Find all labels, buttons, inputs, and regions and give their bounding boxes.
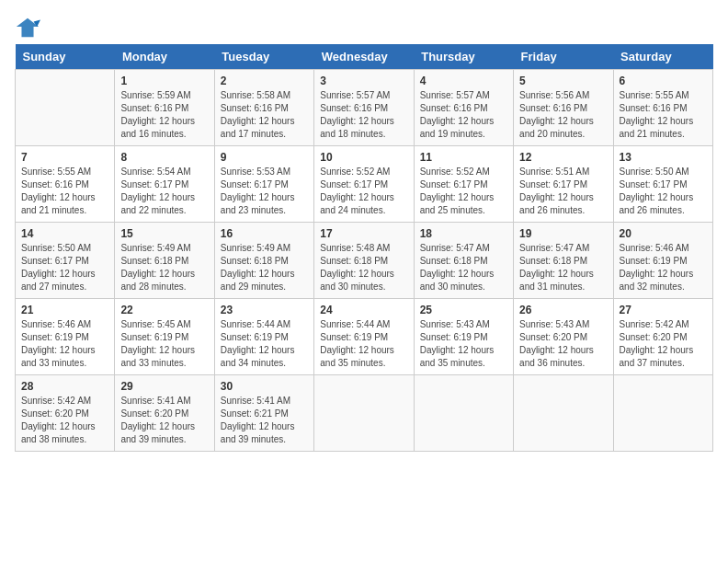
day-number: 20 (620, 227, 707, 240)
day-cell: 19Sunrise: 5:47 AM Sunset: 6:18 PM Dayli… (514, 223, 613, 299)
day-number: 17 (320, 227, 407, 240)
day-number: 11 (420, 151, 507, 164)
day-cell: 13Sunrise: 5:50 AM Sunset: 6:17 PM Dayli… (613, 146, 712, 223)
col-header-saturday: Saturday (613, 44, 712, 70)
day-number: 24 (320, 304, 407, 316)
day-cell: 14Sunrise: 5:50 AM Sunset: 6:17 PM Dayli… (16, 223, 115, 299)
day-number: 25 (420, 304, 507, 316)
day-info: Sunrise: 5:56 AM Sunset: 6:16 PM Dayligh… (519, 89, 607, 141)
header-row: SundayMondayTuesdayWednesdayThursdayFrid… (16, 44, 713, 70)
day-cell: 22Sunrise: 5:45 AM Sunset: 6:19 PM Dayli… (115, 299, 214, 375)
week-row-5: 28Sunrise: 5:42 AM Sunset: 6:20 PM Dayli… (16, 375, 713, 452)
col-header-thursday: Thursday (414, 44, 513, 70)
day-cell: 6Sunrise: 5:55 AM Sunset: 6:16 PM Daylig… (613, 70, 712, 146)
day-number: 12 (519, 151, 607, 164)
day-cell: 3Sunrise: 5:57 AM Sunset: 6:16 PM Daylig… (314, 70, 414, 146)
calendar-table: SundayMondayTuesdayWednesdayThursdayFrid… (15, 44, 713, 452)
day-info: Sunrise: 5:42 AM Sunset: 6:20 PM Dayligh… (21, 395, 108, 446)
day-number: 6 (620, 75, 707, 87)
day-cell: 18Sunrise: 5:47 AM Sunset: 6:18 PM Dayli… (414, 223, 513, 299)
day-cell: 29Sunrise: 5:41 AM Sunset: 6:20 PM Dayli… (115, 375, 214, 452)
day-info: Sunrise: 5:50 AM Sunset: 6:17 PM Dayligh… (21, 242, 108, 293)
week-row-4: 21Sunrise: 5:46 AM Sunset: 6:19 PM Dayli… (16, 299, 713, 375)
day-info: Sunrise: 5:41 AM Sunset: 6:20 PM Dayligh… (120, 395, 208, 446)
col-header-sunday: Sunday (16, 44, 115, 70)
day-number: 23 (221, 304, 308, 316)
day-info: Sunrise: 5:47 AM Sunset: 6:18 PM Dayligh… (519, 242, 607, 293)
day-info: Sunrise: 5:47 AM Sunset: 6:18 PM Dayligh… (420, 242, 507, 293)
day-cell: 5Sunrise: 5:56 AM Sunset: 6:16 PM Daylig… (514, 70, 613, 146)
day-info: Sunrise: 5:58 AM Sunset: 6:16 PM Dayligh… (221, 89, 308, 141)
day-number: 16 (221, 227, 308, 240)
day-number: 29 (120, 380, 208, 393)
day-info: Sunrise: 5:48 AM Sunset: 6:18 PM Dayligh… (320, 242, 407, 293)
day-cell: 15Sunrise: 5:49 AM Sunset: 6:18 PM Dayli… (115, 223, 214, 299)
day-number: 22 (120, 304, 208, 316)
day-info: Sunrise: 5:54 AM Sunset: 6:17 PM Dayligh… (120, 166, 208, 217)
day-number: 14 (21, 227, 108, 240)
day-info: Sunrise: 5:50 AM Sunset: 6:17 PM Dayligh… (620, 166, 707, 217)
day-number: 18 (420, 227, 507, 240)
day-number: 3 (320, 75, 407, 87)
col-header-monday: Monday (115, 44, 214, 70)
week-row-2: 7Sunrise: 5:55 AM Sunset: 6:16 PM Daylig… (16, 146, 713, 223)
day-number: 27 (620, 304, 707, 316)
day-info: Sunrise: 5:45 AM Sunset: 6:19 PM Dayligh… (120, 318, 208, 370)
day-cell (514, 375, 613, 452)
day-cell: 10Sunrise: 5:52 AM Sunset: 6:17 PM Dayli… (314, 146, 414, 223)
day-number: 13 (620, 151, 707, 164)
day-info: Sunrise: 5:44 AM Sunset: 6:19 PM Dayligh… (320, 318, 407, 370)
day-number: 15 (120, 227, 208, 240)
day-info: Sunrise: 5:59 AM Sunset: 6:16 PM Dayligh… (120, 89, 208, 141)
day-cell: 1Sunrise: 5:59 AM Sunset: 6:16 PM Daylig… (115, 70, 214, 146)
day-info: Sunrise: 5:41 AM Sunset: 6:21 PM Dayligh… (221, 395, 308, 446)
day-cell: 12Sunrise: 5:51 AM Sunset: 6:17 PM Dayli… (514, 146, 613, 223)
day-number: 1 (120, 75, 208, 87)
day-number: 8 (120, 151, 208, 164)
day-cell (16, 70, 115, 146)
day-info: Sunrise: 5:53 AM Sunset: 6:17 PM Dayligh… (221, 166, 308, 217)
day-cell: 25Sunrise: 5:43 AM Sunset: 6:19 PM Dayli… (414, 299, 513, 375)
logo-icon (15, 15, 40, 40)
day-number: 19 (519, 227, 607, 240)
day-number: 26 (519, 304, 607, 316)
day-info: Sunrise: 5:44 AM Sunset: 6:19 PM Dayligh… (221, 318, 308, 370)
day-info: Sunrise: 5:51 AM Sunset: 6:17 PM Dayligh… (519, 166, 607, 217)
day-number: 7 (21, 151, 108, 164)
day-cell: 2Sunrise: 5:58 AM Sunset: 6:16 PM Daylig… (214, 70, 313, 146)
day-cell: 16Sunrise: 5:49 AM Sunset: 6:18 PM Dayli… (214, 223, 313, 299)
col-header-tuesday: Tuesday (214, 44, 313, 70)
day-number: 21 (21, 304, 108, 316)
day-info: Sunrise: 5:57 AM Sunset: 6:16 PM Dayligh… (320, 89, 407, 141)
page-container: SundayMondayTuesdayWednesdayThursdayFrid… (15, 15, 713, 452)
day-number: 2 (221, 75, 308, 87)
logo (15, 15, 44, 40)
week-row-1: 1Sunrise: 5:59 AM Sunset: 6:16 PM Daylig… (16, 70, 713, 146)
day-info: Sunrise: 5:55 AM Sunset: 6:16 PM Dayligh… (21, 166, 108, 217)
day-info: Sunrise: 5:42 AM Sunset: 6:20 PM Dayligh… (620, 318, 707, 370)
week-row-3: 14Sunrise: 5:50 AM Sunset: 6:17 PM Dayli… (16, 223, 713, 299)
day-number: 28 (21, 380, 108, 393)
day-cell: 28Sunrise: 5:42 AM Sunset: 6:20 PM Dayli… (16, 375, 115, 452)
day-cell: 11Sunrise: 5:52 AM Sunset: 6:17 PM Dayli… (414, 146, 513, 223)
day-number: 30 (221, 380, 308, 393)
day-cell (613, 375, 712, 452)
day-number: 4 (420, 75, 507, 87)
day-cell: 27Sunrise: 5:42 AM Sunset: 6:20 PM Dayli… (613, 299, 712, 375)
day-cell: 23Sunrise: 5:44 AM Sunset: 6:19 PM Dayli… (214, 299, 313, 375)
day-number: 5 (519, 75, 607, 87)
day-info: Sunrise: 5:46 AM Sunset: 6:19 PM Dayligh… (620, 242, 707, 293)
svg-marker-0 (17, 18, 39, 38)
day-info: Sunrise: 5:57 AM Sunset: 6:16 PM Dayligh… (420, 89, 507, 141)
day-cell (314, 375, 414, 452)
day-cell: 30Sunrise: 5:41 AM Sunset: 6:21 PM Dayli… (214, 375, 313, 452)
day-number: 10 (320, 151, 407, 164)
day-cell: 7Sunrise: 5:55 AM Sunset: 6:16 PM Daylig… (16, 146, 115, 223)
day-cell: 24Sunrise: 5:44 AM Sunset: 6:19 PM Dayli… (314, 299, 414, 375)
day-info: Sunrise: 5:49 AM Sunset: 6:18 PM Dayligh… (221, 242, 308, 293)
day-info: Sunrise: 5:55 AM Sunset: 6:16 PM Dayligh… (620, 89, 707, 141)
day-info: Sunrise: 5:52 AM Sunset: 6:17 PM Dayligh… (320, 166, 407, 217)
day-cell: 8Sunrise: 5:54 AM Sunset: 6:17 PM Daylig… (115, 146, 214, 223)
col-header-wednesday: Wednesday (314, 44, 414, 70)
day-cell: 26Sunrise: 5:43 AM Sunset: 6:20 PM Dayli… (514, 299, 613, 375)
